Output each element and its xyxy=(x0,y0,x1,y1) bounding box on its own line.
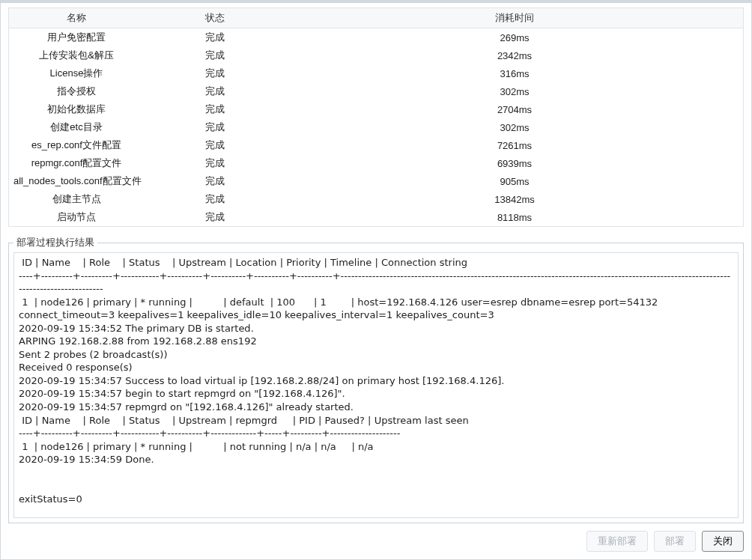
cell-time: 316ms xyxy=(286,64,743,82)
cell-name: License操作 xyxy=(9,64,144,82)
cell-name: 初始化数据库 xyxy=(9,100,144,118)
cell-name: 启动节点 xyxy=(9,208,144,226)
table-row: all_nodes_tools.conf配置文件完成905ms xyxy=(9,172,743,190)
cell-state: 完成 xyxy=(144,46,286,64)
deploy-button: 部署 xyxy=(654,531,696,552)
table-row: 创建etc目录完成302ms xyxy=(9,118,743,136)
cell-time: 269ms xyxy=(286,28,743,47)
result-log[interactable]: ID | Name | Role | Status | Upstream | L… xyxy=(13,252,739,518)
cell-state: 完成 xyxy=(144,28,286,47)
cell-name: 创建etc目录 xyxy=(9,118,144,136)
cell-state: 完成 xyxy=(144,208,286,226)
cell-state: 完成 xyxy=(144,154,286,172)
table-row: 启动节点完成8118ms xyxy=(9,208,743,226)
cell-time: 905ms xyxy=(286,172,743,190)
table-row: 指令授权完成302ms xyxy=(9,82,743,100)
cell-state: 完成 xyxy=(144,190,286,208)
cell-state: 完成 xyxy=(144,100,286,118)
table-row: 初始化数据库完成2704ms xyxy=(9,100,743,118)
table-row: es_rep.conf文件配置完成7261ms xyxy=(9,136,743,154)
table-row: repmgr.conf配置文件完成6939ms xyxy=(9,154,743,172)
cell-name: 上传安装包&解压 xyxy=(9,46,144,64)
col-header-time: 消耗时间 xyxy=(286,8,743,28)
cell-time: 8118ms xyxy=(286,208,743,226)
col-header-state: 状态 xyxy=(144,8,286,28)
cell-name: 用户免密配置 xyxy=(9,28,144,47)
cell-time: 13842ms xyxy=(286,190,743,208)
cell-time: 302ms xyxy=(286,82,743,100)
result-fieldset: 部署过程执行结果 ID | Name | Role | Status | Ups… xyxy=(8,236,744,523)
cell-state: 完成 xyxy=(144,82,286,100)
cell-name: repmgr.conf配置文件 xyxy=(9,154,144,172)
cell-name: es_rep.conf文件配置 xyxy=(9,136,144,154)
cell-time: 2704ms xyxy=(286,100,743,118)
cell-time: 2342ms xyxy=(286,46,743,64)
close-button[interactable]: 关闭 xyxy=(702,531,744,552)
table-row: 上传安装包&解压完成2342ms xyxy=(9,46,743,64)
cell-state: 完成 xyxy=(144,64,286,82)
table-row: 创建主节点完成13842ms xyxy=(9,190,743,208)
cell-name: all_nodes_tools.conf配置文件 xyxy=(9,172,144,190)
progress-table-wrap: 名称 状态 消耗时间 用户免密配置完成269ms上传安装包&解压完成2342ms… xyxy=(8,7,744,227)
cell-time: 6939ms xyxy=(286,154,743,172)
cell-time: 302ms xyxy=(286,118,743,136)
cell-state: 完成 xyxy=(144,118,286,136)
progress-table: 名称 状态 消耗时间 用户免密配置完成269ms上传安装包&解压完成2342ms… xyxy=(9,8,743,226)
cell-state: 完成 xyxy=(144,136,286,154)
result-legend: 部署过程执行结果 xyxy=(13,236,97,249)
cell-name: 指令授权 xyxy=(9,82,144,100)
table-row: License操作完成316ms xyxy=(9,64,743,82)
cell-name: 创建主节点 xyxy=(9,190,144,208)
button-row: 重新部署 部署 关闭 xyxy=(8,523,744,552)
cell-state: 完成 xyxy=(144,172,286,190)
table-row: 用户免密配置完成269ms xyxy=(9,28,743,47)
deploy-dialog: 名称 状态 消耗时间 用户免密配置完成269ms上传安装包&解压完成2342ms… xyxy=(0,0,752,560)
redeploy-button: 重新部署 xyxy=(586,531,648,552)
col-header-name: 名称 xyxy=(9,8,144,28)
cell-time: 7261ms xyxy=(286,136,743,154)
